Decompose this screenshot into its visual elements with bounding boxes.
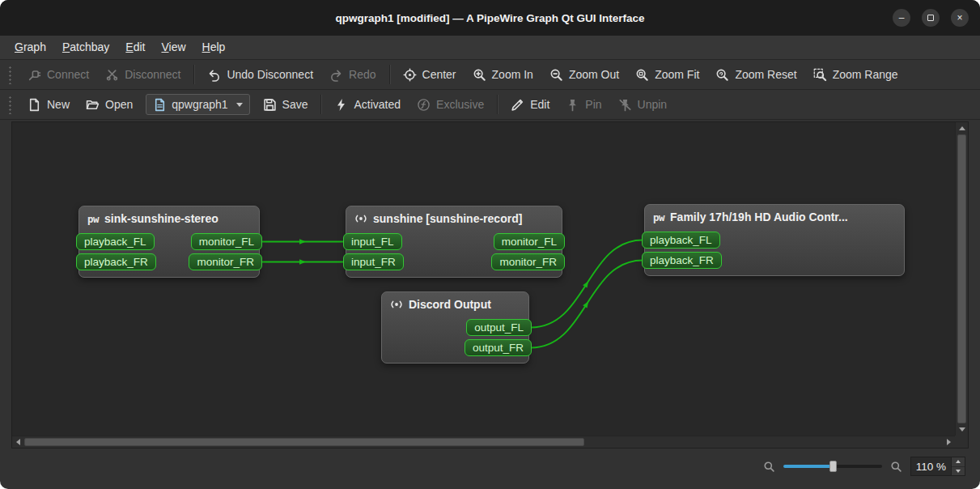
undo-disconnect-button[interactable]: Undo Disconnect bbox=[200, 63, 320, 86]
toolbar-label: Zoom In bbox=[492, 68, 533, 81]
connect-button[interactable]: Connect bbox=[20, 63, 96, 86]
combo-value: qpwgraph1 bbox=[172, 98, 227, 111]
port-playback_FL[interactable]: playback_FL bbox=[76, 233, 155, 250]
spin-up-button[interactable] bbox=[952, 457, 965, 466]
scroll-left-arrow-button[interactable] bbox=[12, 436, 24, 448]
toolbar-separator bbox=[320, 95, 321, 114]
activated-button[interactable]: Activated bbox=[327, 93, 408, 116]
canvas[interactable]: pwsink-sunshine-stereoplayback_FLmonitor… bbox=[12, 122, 955, 436]
minimize-icon: – bbox=[899, 13, 905, 23]
port-output_FR[interactable]: output_FR bbox=[465, 339, 532, 356]
horizontal-scroll-handle[interactable] bbox=[24, 438, 584, 446]
connect-icon bbox=[28, 68, 41, 82]
vertical-scroll-track bbox=[956, 134, 968, 423]
right-arrow-icon bbox=[947, 439, 951, 445]
zoom-range-button[interactable]: Zoom Range bbox=[806, 63, 906, 86]
menu-edit[interactable]: Edit bbox=[117, 36, 153, 59]
toolbar-label: Center bbox=[422, 68, 456, 81]
node-family-audio[interactable]: pwFamily 17h/19h HD Audio Contr...playba… bbox=[644, 204, 905, 276]
port-row: input_FRmonitor_FR bbox=[351, 253, 557, 270]
toolbar-label: Pin bbox=[585, 98, 601, 111]
menu-view[interactable]: View bbox=[153, 36, 193, 59]
scroll-up-arrow-button[interactable] bbox=[956, 122, 968, 134]
toolbar-label: Zoom Fit bbox=[655, 68, 699, 81]
port-monitor_FR[interactable]: monitor_FR bbox=[189, 253, 262, 270]
unpin-icon bbox=[618, 98, 632, 112]
port-playback_FR[interactable]: playback_FR bbox=[76, 253, 156, 270]
zoom-in-button[interactable]: Zoom In bbox=[465, 63, 541, 86]
node-sink-sunshine-stereo[interactable]: pwsink-sunshine-stereoplayback_FLmonitor… bbox=[78, 206, 260, 278]
menu-patchbay[interactable]: Patchbay bbox=[54, 36, 117, 59]
chevron-down-icon bbox=[236, 103, 243, 107]
zoom-fit-button[interactable]: Zoom Fit bbox=[628, 63, 706, 86]
window-title: qpwgraph1 [modified] — A PipeWire Graph … bbox=[335, 12, 644, 24]
zoom-spinbox[interactable]: 110 % bbox=[910, 457, 965, 476]
open-button[interactable]: Open bbox=[78, 93, 140, 116]
app-window: qpwgraph1 [modified] — A PipeWire Graph … bbox=[0, 0, 980, 489]
maximize-button[interactable] bbox=[922, 9, 940, 27]
zoom-fit-icon bbox=[635, 68, 649, 82]
disconnect-icon bbox=[105, 68, 119, 82]
media-icon bbox=[354, 212, 367, 225]
port-playback_FR[interactable]: playback_FR bbox=[642, 252, 722, 269]
toolbar-label: Connect bbox=[47, 68, 89, 81]
edit-button[interactable]: Edit bbox=[503, 93, 557, 116]
exclusive-button[interactable]: Exclusive bbox=[409, 93, 491, 116]
left-arrow-icon bbox=[16, 439, 20, 445]
menu-graph[interactable]: Graph bbox=[6, 36, 54, 59]
port-playback_FL[interactable]: playback_FL bbox=[642, 232, 720, 249]
scrollbar-corner bbox=[955, 436, 968, 448]
port-input_FL[interactable]: input_FL bbox=[343, 233, 402, 250]
toolbar-separator bbox=[497, 95, 498, 114]
minimize-button[interactable]: – bbox=[893, 9, 910, 27]
edge-arrow-icon bbox=[299, 239, 306, 244]
disconnect-button[interactable]: Disconnect bbox=[98, 63, 188, 86]
port-row: playback_FRmonitor_FR bbox=[84, 253, 254, 270]
close-button[interactable]: × bbox=[951, 9, 969, 27]
center-button[interactable]: Center bbox=[396, 63, 464, 86]
spin-down-button[interactable] bbox=[952, 466, 965, 476]
port-row: output_FR bbox=[387, 339, 524, 356]
toolbar-label: Edit bbox=[530, 98, 549, 111]
port-output_FL[interactable]: output_FL bbox=[466, 319, 532, 336]
unpin-button[interactable]: Unpin bbox=[611, 93, 675, 116]
menubar: GraphPatchbayEditViewHelp bbox=[0, 36, 980, 60]
redo-button[interactable]: Redo bbox=[322, 63, 383, 86]
port-monitor_FR[interactable]: monitor_FR bbox=[491, 253, 565, 270]
toolbar-label: Activated bbox=[354, 98, 401, 111]
node-title: Discord Output bbox=[409, 298, 491, 311]
toolbar-label: Disconnect bbox=[125, 68, 180, 81]
toolbar-handle[interactable] bbox=[7, 95, 13, 114]
node-discord-output[interactable]: Discord Outputoutput_FLoutput_FR bbox=[381, 291, 529, 364]
port-monitor_FL[interactable]: monitor_FL bbox=[494, 233, 565, 250]
port-input_FR[interactable]: input_FR bbox=[343, 253, 404, 270]
open-icon bbox=[86, 98, 100, 112]
scroll-down-arrow-button[interactable] bbox=[956, 423, 968, 436]
toolbar-main: ConnectDisconnectUndo DisconnectRedoCent… bbox=[0, 60, 980, 90]
node-header: pwFamily 17h/19h HD Audio Contr... bbox=[650, 209, 899, 228]
vertical-scroll-handle[interactable] bbox=[957, 134, 966, 423]
vertical-scrollbar bbox=[955, 122, 968, 436]
node-sunshine[interactable]: sunshine [sunshine-record]input_FLmonito… bbox=[346, 206, 562, 278]
zoom-reset-button[interactable]: Zoom Reset bbox=[708, 63, 804, 86]
scroll-right-arrow-button[interactable] bbox=[943, 436, 955, 448]
zoom-slider-handle[interactable] bbox=[829, 461, 837, 472]
zoom-in-mag-icon bbox=[890, 461, 902, 473]
toolbar-handle[interactable] bbox=[7, 65, 13, 84]
toolbar-label: New bbox=[47, 98, 70, 111]
save-button[interactable]: Save bbox=[256, 93, 316, 116]
spin-buttons bbox=[951, 457, 965, 475]
patchbay-preset-combo[interactable]: qpwgraph1 bbox=[146, 94, 249, 115]
port-monitor_FL[interactable]: monitor_FL bbox=[191, 233, 262, 250]
zoom-out-button[interactable]: Zoom Out bbox=[542, 63, 626, 86]
toolbar-label: Zoom Range bbox=[833, 68, 898, 81]
graph-view: pwsink-sunshine-stereoplayback_FLmonitor… bbox=[11, 121, 969, 449]
menu-help[interactable]: Help bbox=[194, 36, 234, 59]
zoom-out-icon bbox=[549, 68, 563, 82]
close-icon: × bbox=[957, 13, 962, 23]
new-button[interactable]: New bbox=[20, 93, 77, 116]
titlebar[interactable]: qpwgraph1 [modified] — A PipeWire Graph … bbox=[0, 0, 980, 36]
zoom-slider[interactable] bbox=[783, 460, 882, 473]
port-row: input_FLmonitor_FL bbox=[351, 233, 557, 250]
pin-button[interactable]: Pin bbox=[558, 93, 609, 116]
